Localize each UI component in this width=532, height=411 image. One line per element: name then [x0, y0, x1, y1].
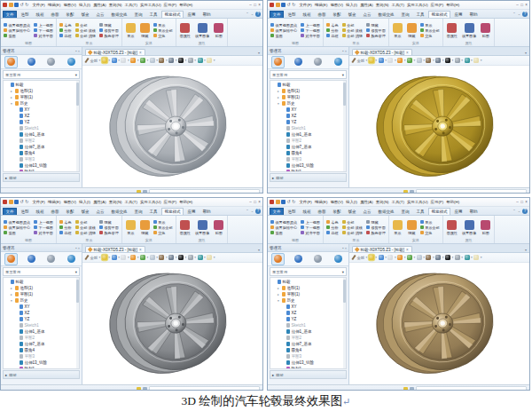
filter-all-label[interactable]: 全部 [90, 59, 98, 63]
expand-toggle-icon[interactable]: ▸ [10, 96, 13, 99]
minimize-button[interactable]: – [516, 3, 519, 7]
tree-item[interactable]: 阵列1 [270, 169, 346, 172]
ribbon-button[interactable]: 边框 [59, 231, 72, 235]
tree-item[interactable]: ▾历史 [270, 100, 346, 107]
menu-item[interactable]: 帮助(H) [446, 200, 459, 204]
ribbon-tab[interactable]: 帮助 [200, 208, 214, 215]
undo-icon[interactable]: ↺ [287, 200, 291, 204]
model-canvas[interactable] [349, 263, 529, 384]
ribbon-button[interactable]: 修剪平面 [366, 28, 386, 33]
ribbon-button[interactable]: 隐藏 [99, 220, 119, 225]
tree-item[interactable]: XY [270, 107, 346, 113]
tree-filter-dropdown[interactable]: 显示常用 ▾ [270, 70, 347, 79]
ribbon-button[interactable]: 面属性 [179, 220, 192, 235]
expand-toggle-icon[interactable]: ▸ [277, 96, 280, 99]
ribbon-button[interactable]: 显示 [420, 23, 440, 28]
wireframe-donut-icon[interactable] [387, 255, 393, 260]
light-swatch-icon[interactable] [207, 255, 212, 260]
menu-item[interactable]: 工具(T) [392, 3, 404, 7]
ribbon-button[interactable]: 全部·拔模 [342, 225, 363, 230]
tab-close-icon[interactable]: × [139, 51, 142, 55]
minimize-button[interactable]: – [249, 200, 252, 204]
ribbon-button[interactable]: 对齐平面 [34, 231, 53, 235]
scrollbar-thumb[interactable] [343, 280, 346, 303]
ribbon-button[interactable]: 交换 [153, 34, 173, 38]
tree-item[interactable]: ▸草图(1) [270, 291, 346, 297]
ribbon-button[interactable]: 设置旋转中心 [4, 225, 30, 230]
ribbon-button[interactable]: 全部 [75, 220, 96, 225]
ribbon-tab[interactable]: 线框 [33, 11, 47, 18]
display-world-icon[interactable] [102, 255, 107, 260]
ribbon-button[interactable]: 分析 [59, 225, 72, 230]
tree-item[interactable]: 草图3 [270, 156, 346, 162]
tree-item[interactable]: 轮毂 [4, 279, 79, 285]
tab-overflow-icon[interactable]: ▾ [258, 249, 260, 252]
tree-item[interactable]: Sketch1 [270, 322, 346, 328]
maximize-button[interactable]: □ [254, 200, 256, 204]
ribbon-button[interactable]: 隐藏 [406, 23, 418, 38]
menu-item[interactable]: 视图(V) [330, 200, 343, 204]
tree-item[interactable]: 轮毂 [270, 82, 346, 88]
document-tab[interactable]: 轮毂-X0XTD5.Z3 - [轮毂] × [352, 246, 412, 252]
striped-swatch-icon[interactable] [455, 58, 460, 63]
new-file-icon[interactable] [276, 3, 280, 7]
menu-item[interactable]: 属性(A) [93, 3, 106, 7]
wireframe-donut-icon[interactable] [121, 255, 126, 260]
ribbon-button[interactable]: 边框 [59, 34, 72, 38]
ribbon-button[interactable]: 贴图 [213, 220, 224, 235]
tab-close-icon[interactable]: × [406, 51, 409, 55]
close-button[interactable]: × [525, 3, 528, 7]
tree-item[interactable]: 圆角4 [270, 150, 346, 156]
menu-item[interactable]: 插入(I) [346, 3, 357, 7]
ribbon-tab[interactable]: 应用 [184, 11, 199, 18]
pin-icon[interactable]: ▪ × [75, 246, 80, 250]
solid-cube-icon[interactable] [140, 58, 145, 63]
ribbon-button[interactable]: 边框 [326, 231, 339, 235]
ribbon-button[interactable]: 对齐平面 [301, 231, 320, 235]
tree-item[interactable]: ▸造型(1) [4, 285, 79, 291]
pick-filter-icon[interactable] [351, 58, 356, 63]
ribbon-tab[interactable]: 文件 [3, 208, 17, 215]
ribbon-tab[interactable]: 查询 [398, 11, 412, 18]
filter-all-label[interactable]: 全部 [90, 256, 98, 260]
ribbon-button[interactable]: 设置视图原点 [270, 23, 297, 28]
pin-icon[interactable]: ▪ × [75, 49, 80, 53]
wheel-3d-model[interactable] [372, 67, 507, 184]
tree-item[interactable]: Sketch1 [4, 322, 79, 328]
ribbon-tab[interactable]: 装配 [330, 11, 344, 18]
menu-item[interactable]: 编辑(E) [48, 200, 61, 204]
ribbon-button[interactable]: 隐藏 [406, 220, 418, 235]
new-file-icon[interactable] [9, 3, 13, 7]
ribbon-button[interactable]: 上一视图 [301, 220, 320, 225]
tree-item[interactable]: ▾历史 [4, 297, 79, 304]
pin-icon[interactable]: ▪ × [342, 49, 347, 53]
ribbon-tab[interactable]: 点云 [360, 11, 374, 18]
ribbon-button[interactable]: 全部·拔模 [75, 225, 96, 230]
ribbon-button[interactable]: 着色 [326, 220, 339, 225]
menu-item[interactable]: 视图(V) [63, 3, 76, 7]
teal-swatch-icon[interactable] [465, 255, 470, 260]
solid-cube-icon[interactable] [407, 255, 412, 260]
tree-item[interactable]: ▸草图(1) [4, 291, 79, 297]
list-icon[interactable] [410, 190, 414, 194]
bounding-box-icon[interactable] [417, 255, 422, 260]
ribbon-button[interactable]: 设置图像 [194, 23, 210, 38]
ribbon-tab[interactable]: 钣金 [345, 208, 359, 215]
view-manager-tab[interactable] [44, 56, 58, 68]
app-logo-icon[interactable] [3, 3, 7, 7]
expand-toggle-icon[interactable]: ▸ [10, 90, 13, 93]
menu-item[interactable]: 实用工具(U) [140, 200, 161, 204]
ribbon-button[interactable]: 设置旋转中心 [270, 225, 297, 230]
expand-toggle-icon[interactable]: ▾ [277, 299, 280, 303]
menu-item[interactable]: 文件(F) [299, 3, 311, 7]
tree-item[interactable]: ▸草图(1) [4, 94, 79, 100]
black-swatch-icon[interactable] [445, 255, 450, 260]
menu-item[interactable]: 实用工具(U) [407, 3, 428, 7]
view-manager-tab[interactable] [44, 253, 58, 265]
tree-item[interactable]: 阵列1 [270, 366, 346, 369]
collapse-ribbon-icon[interactable]: ⌃ [512, 209, 515, 213]
expand-ribbon-icon[interactable]: ⌄ [251, 209, 254, 213]
ribbon-button[interactable]: 显示全部 [420, 225, 440, 230]
expand-toggle-icon[interactable]: ▸ [277, 287, 280, 290]
tree-item[interactable]: 拉伸7_基体 [270, 144, 346, 150]
